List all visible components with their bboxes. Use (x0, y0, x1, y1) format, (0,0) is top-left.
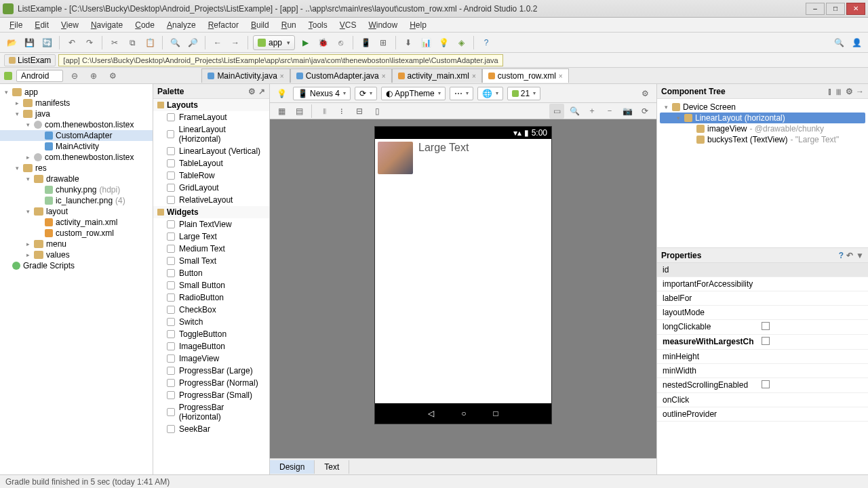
cut-icon[interactable]: ✂ (107, 35, 122, 50)
imageview-preview[interactable] (378, 142, 413, 174)
tree-item[interactable]: ▾com.thenewboston.listex (0, 119, 153, 130)
palette-list[interactable]: LayoutsFrameLayoutLinearLayout (Horizont… (153, 99, 269, 474)
find-icon[interactable]: 🔍 (167, 35, 182, 50)
tab-close-icon[interactable]: × (280, 73, 284, 80)
palette-item[interactable]: ProgressBar (Horizontal) (153, 401, 269, 423)
forward-icon[interactable]: → (228, 35, 243, 50)
open-icon[interactable]: 📂 (4, 35, 19, 50)
replace-icon[interactable]: 🔎 (185, 35, 200, 50)
api-dropdown[interactable]: 21 (507, 87, 540, 100)
menu-help[interactable]: Help (404, 19, 432, 31)
palette-item[interactable]: ToggleButton (153, 328, 269, 340)
tab-close-icon[interactable]: × (559, 73, 563, 80)
expand-all-icon[interactable]: ⫿ (828, 87, 832, 96)
palette-group[interactable]: Layouts (153, 99, 269, 111)
debug-icon[interactable]: 🐞 (315, 35, 330, 50)
tree-item[interactable]: MainActivity (0, 141, 153, 152)
user-icon[interactable]: 👤 (849, 35, 864, 50)
palette-gear-icon[interactable]: ⚙ (248, 87, 256, 96)
property-row[interactable]: minHeight (657, 350, 868, 364)
search-icon[interactable]: 🔍 (831, 35, 846, 50)
property-row[interactable]: longClickable (657, 320, 868, 335)
component-tree-item[interactable]: buckysText (TextView) - "Large Text" (660, 134, 865, 145)
zoom-out-icon[interactable]: － (602, 104, 617, 119)
paste-icon[interactable]: 📋 (142, 35, 157, 50)
theme-dropdown[interactable]: ◐AppTheme (381, 87, 446, 100)
palette-item[interactable]: CheckBox (153, 304, 269, 316)
prop-help-icon[interactable]: ? (839, 251, 844, 260)
palette-item[interactable]: ProgressBar (Large) (153, 365, 269, 377)
ct-gear-icon[interactable]: ⚙ (846, 87, 853, 96)
component-tree-item[interactable]: ▾Device Screen (660, 102, 865, 113)
palette-item[interactable]: TableRow (153, 169, 269, 182)
property-row[interactable]: labelFor (657, 291, 868, 306)
grid-icon[interactable]: ▦ (274, 104, 289, 119)
tree-item[interactable]: ▾drawable (0, 174, 153, 184)
editor-tab[interactable]: activity_main.xml× (392, 68, 482, 83)
editor-tab[interactable]: MainActivity.java× (201, 68, 290, 83)
menu-navigate[interactable]: Navigate (85, 19, 128, 31)
light-icon[interactable]: 💡 (274, 86, 289, 101)
activity-dropdown[interactable]: ⋯ (450, 87, 473, 100)
menu-code[interactable]: Code (130, 19, 160, 31)
property-row[interactable]: minWidth (657, 364, 868, 378)
palette-item[interactable]: FrameLayout (153, 111, 269, 123)
property-row[interactable]: onClick (657, 393, 868, 407)
property-row[interactable]: measureWithLargestCh (657, 335, 868, 350)
palette-item[interactable]: ProgressBar (Normal) (153, 377, 269, 389)
align-icon[interactable]: ⫴ (317, 104, 332, 119)
tree-item[interactable]: ▸com.thenewboston.listex (0, 152, 153, 163)
grid2-icon[interactable]: ▤ (292, 104, 307, 119)
tree-item[interactable]: ▾java (0, 108, 153, 119)
screenshot-icon[interactable]: 📷 (620, 104, 635, 119)
property-row[interactable]: nestedScrollingEnabled (657, 378, 868, 393)
project-tree[interactable]: ▾app▸manifests▾java▾com.thenewboston.lis… (0, 84, 153, 474)
menu-edit[interactable]: Edit (29, 19, 54, 31)
palette-item[interactable]: TableLayout (153, 157, 269, 169)
tree-item[interactable]: Gradle Scripts (0, 260, 153, 271)
menu-view[interactable]: View (56, 19, 84, 31)
attach-icon[interactable]: ⎋ (333, 35, 348, 50)
palette-arrow-icon[interactable]: ↗ (258, 87, 265, 96)
designer-tab-design[interactable]: Design (270, 460, 315, 474)
minimize-button[interactable]: – (806, 3, 825, 15)
palette-item[interactable]: ImageButton (153, 340, 269, 352)
expand-icon[interactable]: ⊕ (86, 68, 101, 83)
palette-group[interactable]: Widgets (153, 206, 269, 218)
property-row[interactable]: outlineProvider (657, 407, 868, 422)
prop-restore-icon[interactable]: ↶ (846, 251, 853, 260)
menu-refactor[interactable]: Refactor (203, 19, 244, 31)
sdk-icon[interactable]: ⊞ (376, 35, 391, 50)
palette-item[interactable]: Medium Text (153, 243, 269, 255)
property-row[interactable]: id (657, 263, 868, 277)
run-icon[interactable]: ▶ (298, 35, 313, 50)
property-row[interactable]: importantForAccessibility (657, 277, 868, 291)
run-config-combo[interactable]: app (253, 35, 295, 50)
orientation-dropdown[interactable]: ⟳ (355, 87, 377, 100)
help-icon[interactable]: ? (479, 35, 494, 50)
back-icon[interactable]: ← (210, 35, 225, 50)
gear-icon[interactable]: ⚙ (105, 68, 120, 83)
monitor-icon[interactable]: 📊 (418, 35, 433, 50)
close-button[interactable]: ✕ (846, 3, 865, 15)
property-row[interactable]: layoutMode (657, 306, 868, 320)
menu-window[interactable]: Window (363, 19, 403, 31)
editor-tab[interactable]: custom_row.xml× (482, 68, 569, 83)
palette-item[interactable]: Button (153, 267, 269, 279)
palette-item[interactable]: RelativeLayout (153, 194, 269, 206)
tree-item[interactable]: chunky.png (hdpi) (0, 184, 153, 195)
menu-file[interactable]: File (4, 19, 28, 31)
menu-build[interactable]: Build (245, 19, 275, 31)
palette-item[interactable]: GridLayout (153, 182, 269, 194)
avd-icon[interactable]: 📱 (358, 35, 373, 50)
breadcrumb-chip[interactable]: ListExam (4, 54, 56, 66)
palette-item[interactable]: LinearLayout (Horizontal) (153, 123, 269, 145)
tree-item[interactable]: ▸manifests (0, 98, 153, 108)
palette-item[interactable]: LinearLayout (Vertical) (153, 145, 269, 157)
tab-close-icon[interactable]: × (382, 73, 386, 80)
palette-item[interactable]: Small Button (153, 279, 269, 291)
align3-icon[interactable]: ⊟ (352, 104, 367, 119)
menu-tools[interactable]: Tools (303, 19, 333, 31)
tree-item[interactable]: ▸menu (0, 239, 153, 249)
collapse-icon[interactable]: ⊖ (67, 68, 82, 83)
